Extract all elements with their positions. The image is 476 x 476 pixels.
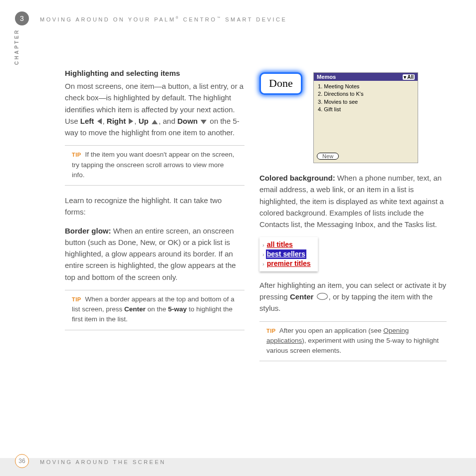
left-arrow-icon — [97, 118, 102, 124]
center-button-icon — [317, 293, 328, 300]
memo-item: 4. Gift list — [318, 106, 414, 113]
up-arrow-icon — [152, 120, 158, 124]
page-number: 36 — [15, 454, 29, 468]
right-arrow-icon — [129, 118, 133, 124]
colored-background-paragraph: Colored background: When a phone number,… — [259, 172, 447, 230]
memos-filter-all: ▾ All — [403, 74, 415, 80]
learn-paragraph: Learn to recognize the highlight. It can… — [65, 195, 244, 218]
done-button-figure: Done — [259, 72, 302, 95]
after-highlight-paragraph: After highlighting an item, you can sele… — [259, 279, 447, 314]
tip-box-3: TIP After you open an application (see O… — [259, 321, 447, 362]
chapter-label: CHAPTER — [14, 28, 19, 65]
running-footer: MOVING AROUND THE SCREEN — [40, 459, 166, 465]
tip-label: TIP — [72, 152, 81, 158]
tip-label: TIP — [266, 328, 276, 334]
intro-paragraph: On most screens, one item—a button, a li… — [65, 80, 244, 138]
chapter-number-badge: 3 — [15, 11, 29, 25]
picker-item-all-titles: all titles — [266, 240, 294, 248]
memos-screenshot: Memos ▾ All 1. Meeting Notes 2. Directio… — [313, 72, 418, 163]
tip-box-1: TIP If the item you want doesn't appear … — [65, 145, 244, 186]
running-header: MOVING AROUND ON YOUR PALM® CENTRO™ SMAR… — [40, 16, 287, 22]
new-button: New — [317, 153, 339, 160]
picker-item-best-sellers: best sellers — [266, 249, 306, 259]
section-heading: Highlighting and selecting items — [65, 69, 244, 77]
picker-item-premier-titles: premier titles — [266, 259, 312, 267]
down-arrow-icon — [201, 120, 207, 124]
memo-item: 2. Directions to K's — [318, 90, 414, 98]
memo-item: 1. Meeting Notes — [318, 83, 414, 90]
done-button: Done — [259, 72, 302, 95]
memos-title: Memos — [317, 74, 336, 80]
border-glow-paragraph: Border glow: When an entire screen, an o… — [65, 225, 244, 283]
tip-box-2: TIP When a border appears at the top and… — [65, 290, 244, 330]
tip-label: TIP — [72, 296, 81, 302]
memo-item: 3. Movies to see — [318, 98, 414, 106]
pick-list-figure: all titles best sellers premier titles — [259, 237, 318, 271]
